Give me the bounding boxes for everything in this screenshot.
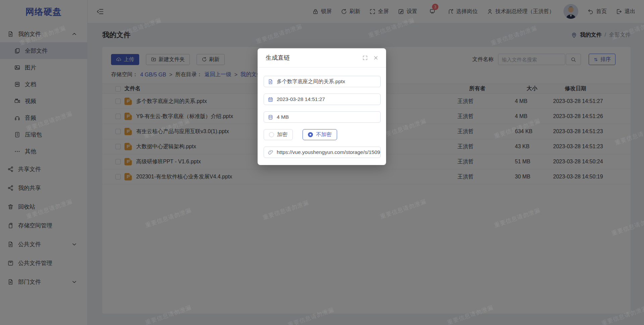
generate-link-dialog: 生成直链 多个数字底座之间的关系.pptx 2023-03-28 14:51:2… <box>258 48 386 165</box>
paperclip-icon <box>268 150 273 155</box>
database-icon <box>268 114 273 120</box>
dialog-header-actions <box>362 55 379 61</box>
direct-link-value: https://vue.youshengyun.com/storage/s/15… <box>277 149 380 155</box>
dialog-header: 生成直链 <box>258 48 386 67</box>
file-date-field[interactable]: 2023-03-28 14:51:27 <box>264 94 381 105</box>
dialog-body: 多个数字底座之间的关系.pptx 2023-03-28 14:51:27 4 M… <box>258 67 386 158</box>
file-name-value: 多个数字底座之间的关系.pptx <box>277 78 345 85</box>
file-name-field[interactable]: 多个数字底座之间的关系.pptx <box>264 76 381 87</box>
close-icon[interactable] <box>373 55 379 61</box>
no-encrypt-label: 不加密 <box>316 131 332 138</box>
direct-link-field[interactable]: https://vue.youshengyun.com/storage/s/15… <box>264 147 381 158</box>
encrypt-options: 加密 不加密 <box>264 129 381 140</box>
radio-selected-icon <box>308 132 313 137</box>
file-icon <box>268 79 273 85</box>
no-encrypt-option[interactable]: 不加密 <box>303 129 337 140</box>
encrypt-label: 加密 <box>277 131 287 138</box>
file-size-value: 4 MB <box>277 114 289 120</box>
app-root: 网络硬盘 我的文件 全部文件 图片 文档 视频 <box>0 0 644 325</box>
calendar-icon <box>268 97 273 102</box>
file-date-value: 2023-03-28 14:51:27 <box>277 96 325 102</box>
file-size-field[interactable]: 4 MB <box>264 111 381 123</box>
encrypt-option[interactable]: 加密 <box>264 129 293 140</box>
dialog-title: 生成直链 <box>266 54 290 62</box>
radio-unselected-icon <box>269 132 274 137</box>
maximize-icon[interactable] <box>362 55 368 61</box>
